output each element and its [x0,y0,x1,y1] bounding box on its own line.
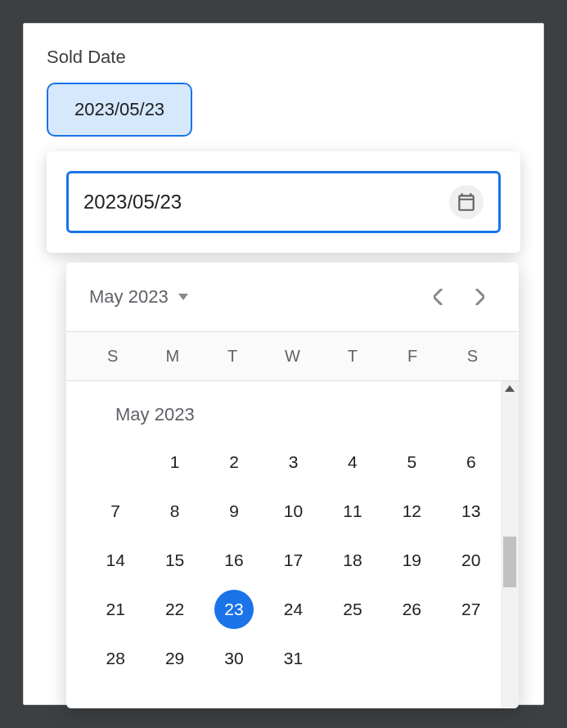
calendar-day[interactable]: 13 [442,488,501,535]
calendar-day-label: 16 [214,541,254,580]
calendar-day[interactable]: 19 [382,537,441,584]
calendar-week-row: 123456 [86,438,501,486]
calendar-day-label: 8 [155,492,195,531]
calendar-day[interactable]: 9 [205,488,263,535]
dropdown-icon [178,294,188,300]
calendar-day-empty [442,635,501,682]
date-display-badge[interactable]: 2023/05/23 [47,83,192,137]
calendar-day-label: 21 [96,590,135,629]
chevron-right-icon [475,289,484,305]
calendar-day-label: 23 [214,590,254,629]
calendar-day-label: 9 [214,492,254,531]
calendar-day[interactable]: 31 [263,635,322,682]
calendar-day[interactable]: 22 [145,586,204,633]
day-of-week-cell: S [83,332,142,380]
calendar-day[interactable]: 28 [86,635,145,682]
calendar-day[interactable]: 6 [442,438,501,486]
calendar-day[interactable]: 27 [442,586,501,633]
date-input[interactable]: 2023/05/23 [66,171,501,233]
calendar-popover: May 2023 SMTWTFS May 2023 12345678910111… [66,263,519,708]
day-of-week-cell: F [382,332,442,380]
day-of-week-cell: T [203,332,263,380]
calendar-day[interactable]: 23 [205,586,263,633]
calendar-day-label: 4 [333,443,372,482]
calendar-day-label: 13 [452,492,491,531]
day-of-week-cell: M [142,332,202,380]
calendar-day-label: 2 [214,443,254,482]
calendar-day-label: 18 [333,541,372,580]
field-label: Sold Date [47,47,520,68]
prev-month-button[interactable] [422,281,455,313]
date-field-container: Sold Date 2023/05/23 2023/05/23 May 2023 [23,23,544,705]
date-input-popover: 2023/05/23 [47,151,520,253]
calendar-day-label: 25 [333,590,372,629]
calendar-day-label: 28 [96,639,135,678]
calendar-icon [456,191,477,213]
calendar-week-row: 78910111213 [86,488,501,535]
calendar-day-label: 3 [273,443,313,482]
month-year-label: May 2023 [89,286,169,308]
calendar-day[interactable]: 14 [86,537,145,584]
calendar-day[interactable]: 1 [145,438,204,486]
calendar-day-label: 15 [155,541,195,580]
calendar-day-label: 26 [392,590,431,629]
day-of-week-cell: S [443,332,502,380]
calendar-day[interactable]: 20 [442,537,501,584]
calendar-day-label: 19 [392,541,431,580]
calendar-week-row: 21222324252627 [86,586,501,633]
calendar-day[interactable]: 10 [263,488,322,535]
calendar-day[interactable]: 4 [323,438,382,486]
calendar-day[interactable]: 30 [205,635,263,682]
calendar-day[interactable]: 21 [86,586,145,633]
calendar-day-label: 12 [392,492,431,531]
calendar-days-grid: 1234567891011121314151617181920212223242… [86,438,501,682]
calendar-day-label: 5 [392,443,431,482]
calendar-day-label: 22 [155,590,195,629]
calendar-week-row: 14151617181920 [86,537,501,584]
calendar-day[interactable]: 11 [323,488,382,535]
calendar-day[interactable]: 17 [263,537,322,584]
calendar-day[interactable]: 25 [323,586,382,633]
calendar-day-empty [323,635,382,682]
calendar-day-label: 11 [333,492,372,531]
calendar-day[interactable]: 15 [145,537,204,584]
calendar-week-row: 28293031 [86,635,501,682]
calendar-day-label: 17 [273,541,313,580]
scrollbar-thumb[interactable] [503,537,516,587]
calendar-day-label: 7 [96,492,135,531]
month-year-selector[interactable]: May 2023 [89,286,188,308]
calendar-day[interactable]: 16 [205,537,263,584]
calendar-day-label: 1 [155,443,195,482]
calendar-day-label: 27 [452,590,491,629]
date-input-text[interactable]: 2023/05/23 [83,191,449,213]
calendar-day[interactable]: 18 [323,537,382,584]
calendar-day-empty [382,635,441,682]
calendar-day[interactable]: 5 [382,438,441,486]
calendar-day[interactable]: 7 [86,488,145,535]
calendar-day[interactable]: 29 [145,635,204,682]
calendar-icon-button[interactable] [449,185,484,219]
next-month-button[interactable] [463,281,496,313]
calendar-day-empty [86,438,145,486]
calendar-scroll-area[interactable]: May 2023 1234567891011121314151617181920… [66,381,519,708]
calendar-day[interactable]: 24 [263,586,322,633]
calendar-header: May 2023 [66,263,519,331]
calendar-day[interactable]: 2 [205,438,263,486]
calendar-day-label: 30 [214,639,254,678]
chevron-left-icon [434,289,443,305]
calendar-day[interactable]: 26 [382,586,441,633]
day-of-week-header: SMTWTFS [66,331,519,381]
calendar-day-label: 14 [96,541,135,580]
calendar-day[interactable]: 8 [145,488,204,535]
scroll-up-button[interactable] [501,381,519,396]
caret-up-icon [505,385,515,392]
day-of-week-cell: W [263,332,322,380]
calendar-day-label: 20 [452,541,491,580]
calendar-day-label: 10 [273,492,313,531]
day-of-week-cell: T [322,332,382,380]
scrollbar[interactable] [501,381,519,708]
calendar-day-label: 31 [273,639,313,678]
calendar-day-label: 24 [273,590,313,629]
calendar-day[interactable]: 3 [263,438,322,486]
calendar-day[interactable]: 12 [382,488,441,535]
